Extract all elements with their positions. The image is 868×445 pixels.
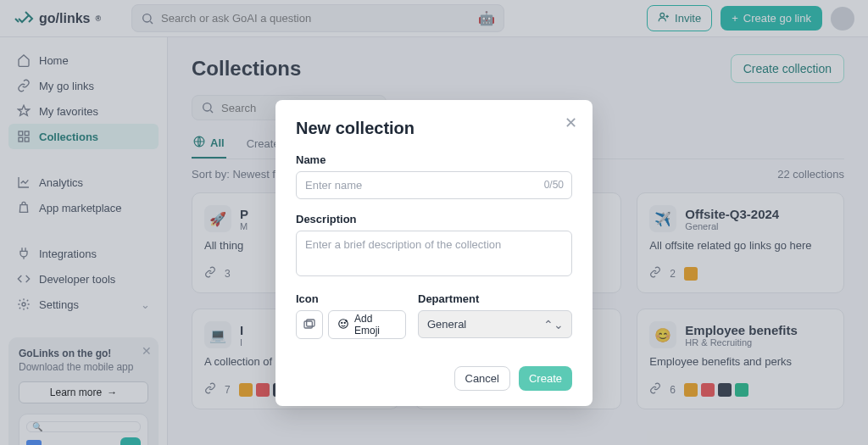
close-icon[interactable]: ✕ bbox=[565, 114, 577, 132]
icon-label: Icon bbox=[296, 292, 406, 305]
modal-overlay[interactable]: ✕ New collection Name 0/50 Description I… bbox=[0, 0, 868, 445]
char-count: 0/50 bbox=[544, 179, 564, 191]
name-label: Name bbox=[296, 153, 572, 166]
svg-rect-10 bbox=[307, 320, 314, 326]
new-collection-modal: ✕ New collection Name 0/50 Description I… bbox=[275, 100, 593, 406]
create-button[interactable]: Create bbox=[519, 366, 572, 391]
emoji-add-icon bbox=[337, 318, 349, 332]
department-select[interactable]: General bbox=[418, 310, 572, 338]
modal-title: New collection bbox=[296, 119, 572, 138]
department-label: Department bbox=[418, 292, 572, 305]
cancel-button[interactable]: Cancel bbox=[454, 366, 510, 391]
svg-point-13 bbox=[344, 322, 345, 323]
description-input[interactable] bbox=[296, 231, 572, 276]
icon-preview[interactable] bbox=[296, 310, 323, 339]
svg-point-12 bbox=[342, 322, 342, 323]
name-input[interactable] bbox=[296, 171, 572, 199]
add-emoji-button[interactable]: Add Emoji bbox=[328, 310, 406, 339]
description-label: Description bbox=[296, 213, 572, 225]
svg-rect-9 bbox=[304, 321, 312, 328]
